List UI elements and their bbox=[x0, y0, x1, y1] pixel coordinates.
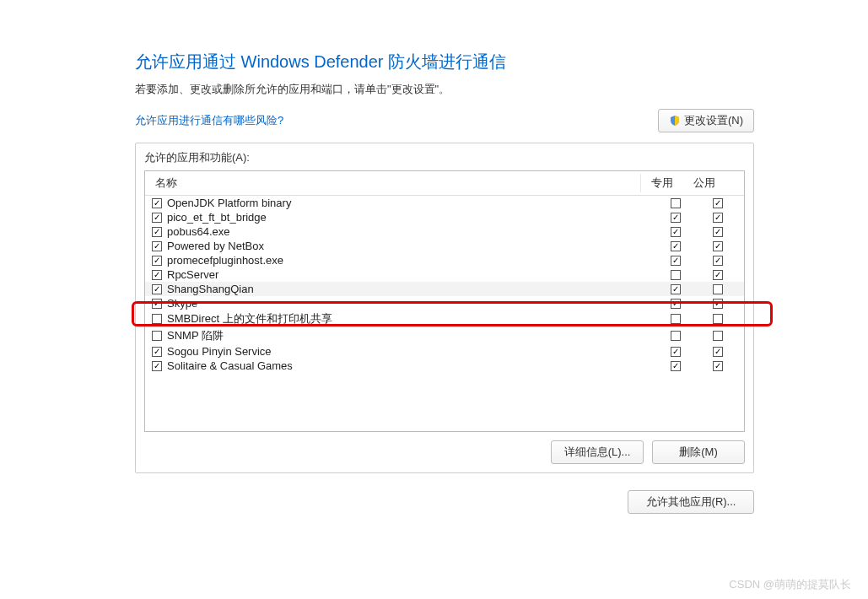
enable-checkbox[interactable]: ✓ bbox=[152, 241, 162, 251]
table-row[interactable]: ✓OpenJDK Platform binary✓ bbox=[145, 196, 744, 210]
table-row[interactable]: SNMP 陷阱 bbox=[145, 327, 744, 344]
table-row[interactable]: SMBDirect 上的文件和打印机共享 bbox=[145, 310, 744, 327]
enable-checkbox[interactable]: ✓ bbox=[152, 299, 162, 309]
panel-label: 允许的应用和功能(A): bbox=[144, 150, 745, 165]
enable-checkbox[interactable] bbox=[152, 331, 162, 341]
app-name-label: Powered by NetBox bbox=[167, 240, 264, 252]
enable-checkbox[interactable]: ✓ bbox=[152, 270, 162, 280]
private-checkbox[interactable] bbox=[671, 198, 681, 208]
public-checkbox[interactable]: ✓ bbox=[713, 361, 723, 371]
public-checkbox[interactable]: ✓ bbox=[713, 227, 723, 237]
private-checkbox[interactable] bbox=[671, 314, 681, 324]
app-name-label: Skype bbox=[167, 297, 197, 310]
page-title: 允许应用通过 Windows Defender 防火墙进行通信 bbox=[135, 51, 754, 73]
app-name-cell: SNMP 陷阱 bbox=[152, 328, 656, 343]
private-checkbox[interactable]: ✓ bbox=[671, 213, 681, 223]
public-cell: ✓ bbox=[698, 256, 741, 266]
private-checkbox[interactable]: ✓ bbox=[671, 299, 681, 309]
public-cell: ✓ bbox=[698, 299, 741, 309]
public-checkbox[interactable]: ✓ bbox=[713, 347, 723, 357]
table-row[interactable]: ✓pico_et_ft_bt_bridge✓✓ bbox=[145, 210, 744, 224]
table-row[interactable]: ✓promecefpluginhost.exe✓✓ bbox=[145, 253, 744, 267]
app-name-cell: ✓Powered by NetBox bbox=[152, 240, 656, 252]
app-name-label: promecefpluginhost.exe bbox=[167, 254, 283, 267]
private-checkbox[interactable] bbox=[671, 270, 681, 280]
enable-checkbox[interactable]: ✓ bbox=[152, 213, 162, 223]
public-checkbox[interactable]: ✓ bbox=[713, 213, 723, 223]
private-checkbox[interactable] bbox=[671, 331, 681, 341]
public-checkbox[interactable]: ✓ bbox=[713, 241, 723, 251]
public-cell: ✓ bbox=[698, 198, 741, 208]
private-checkbox[interactable]: ✓ bbox=[671, 284, 681, 294]
public-checkbox[interactable] bbox=[713, 314, 723, 324]
public-cell: ✓ bbox=[698, 241, 741, 251]
table-row[interactable]: ✓Solitaire & Casual Games✓✓ bbox=[145, 359, 744, 373]
col-header-public[interactable]: 公用 bbox=[683, 174, 725, 192]
allow-other-app-button[interactable]: 允许其他应用(R)... bbox=[628, 490, 754, 514]
change-settings-label: 更改设置(N) bbox=[684, 113, 743, 128]
public-cell bbox=[698, 284, 741, 294]
public-checkbox[interactable]: ✓ bbox=[713, 299, 723, 309]
watermark: CSDN @萌萌的提莫队长 bbox=[729, 577, 851, 592]
enable-checkbox[interactable] bbox=[152, 314, 162, 324]
app-name-cell: SMBDirect 上的文件和打印机共享 bbox=[152, 311, 656, 326]
public-cell: ✓ bbox=[698, 213, 741, 223]
public-checkbox[interactable]: ✓ bbox=[713, 256, 723, 266]
table-row[interactable]: ✓Powered by NetBox✓✓ bbox=[145, 239, 744, 253]
app-name-label: pico_et_ft_bt_bridge bbox=[167, 211, 267, 224]
app-name-cell: ✓ShangShangQian bbox=[152, 283, 656, 295]
allowed-apps-panel: 允许的应用和功能(A): 名称 专用 公用 ✓OpenJDK Platform … bbox=[135, 143, 754, 473]
app-name-cell: ✓Skype bbox=[152, 297, 656, 310]
private-checkbox[interactable]: ✓ bbox=[671, 227, 681, 237]
private-cell: ✓ bbox=[656, 227, 698, 237]
enable-checkbox[interactable]: ✓ bbox=[152, 347, 162, 357]
risk-link[interactable]: 允许应用进行通信有哪些风险? bbox=[135, 113, 283, 128]
public-cell: ✓ bbox=[698, 361, 741, 371]
public-checkbox[interactable] bbox=[713, 331, 723, 341]
col-header-name[interactable]: 名称 bbox=[152, 174, 641, 192]
app-name-label: Solitaire & Casual Games bbox=[167, 359, 293, 372]
app-name-label: OpenJDK Platform binary bbox=[167, 197, 291, 209]
private-cell: ✓ bbox=[656, 361, 698, 371]
apps-list: 名称 专用 公用 ✓OpenJDK Platform binary✓✓pico_… bbox=[144, 170, 745, 432]
app-name-label: Sogou Pinyin Service bbox=[167, 345, 272, 358]
private-cell: ✓ bbox=[656, 347, 698, 357]
app-name-cell: ✓OpenJDK Platform binary bbox=[152, 197, 656, 209]
private-cell bbox=[656, 314, 698, 324]
app-name-cell: ✓Solitaire & Casual Games bbox=[152, 359, 656, 372]
private-checkbox[interactable]: ✓ bbox=[671, 241, 681, 251]
table-row[interactable]: ✓pobus64.exe✓✓ bbox=[145, 224, 744, 239]
table-row[interactable]: ✓ShangShangQian✓ bbox=[145, 282, 744, 296]
app-name-cell: ✓RpcServer bbox=[152, 268, 656, 281]
list-body[interactable]: ✓OpenJDK Platform binary✓✓pico_et_ft_bt_… bbox=[145, 196, 744, 431]
remove-button[interactable]: 删除(M) bbox=[652, 440, 745, 464]
col-header-private[interactable]: 专用 bbox=[641, 174, 683, 192]
private-cell: ✓ bbox=[656, 299, 698, 309]
app-name-cell: ✓pico_et_ft_bt_bridge bbox=[152, 211, 656, 224]
table-row[interactable]: ✓Skype✓✓ bbox=[145, 296, 744, 310]
enable-checkbox[interactable]: ✓ bbox=[152, 227, 162, 237]
enable-checkbox[interactable]: ✓ bbox=[152, 198, 162, 208]
public-checkbox[interactable]: ✓ bbox=[713, 198, 723, 208]
private-checkbox[interactable]: ✓ bbox=[671, 256, 681, 266]
public-cell: ✓ bbox=[698, 270, 741, 280]
page-subtitle: 若要添加、更改或删除所允许的应用和端口，请单击"更改设置"。 bbox=[135, 82, 754, 97]
private-cell bbox=[656, 270, 698, 280]
app-name-cell: ✓pobus64.exe bbox=[152, 225, 656, 238]
public-cell: ✓ bbox=[698, 227, 741, 237]
enable-checkbox[interactable]: ✓ bbox=[152, 256, 162, 266]
details-button[interactable]: 详细信息(L)... bbox=[551, 440, 644, 464]
table-row[interactable]: ✓Sogou Pinyin Service✓✓ bbox=[145, 344, 744, 359]
private-cell: ✓ bbox=[656, 213, 698, 223]
private-checkbox[interactable]: ✓ bbox=[671, 361, 681, 371]
public-checkbox[interactable] bbox=[713, 284, 723, 294]
private-cell bbox=[656, 198, 698, 208]
public-checkbox[interactable]: ✓ bbox=[713, 270, 723, 280]
app-name-label: SMBDirect 上的文件和打印机共享 bbox=[167, 311, 332, 326]
enable-checkbox[interactable]: ✓ bbox=[152, 284, 162, 294]
private-checkbox[interactable]: ✓ bbox=[671, 347, 681, 357]
private-cell: ✓ bbox=[656, 241, 698, 251]
table-row[interactable]: ✓RpcServer✓ bbox=[145, 267, 744, 282]
enable-checkbox[interactable]: ✓ bbox=[152, 361, 162, 371]
change-settings-button[interactable]: 更改设置(N) bbox=[658, 109, 754, 132]
